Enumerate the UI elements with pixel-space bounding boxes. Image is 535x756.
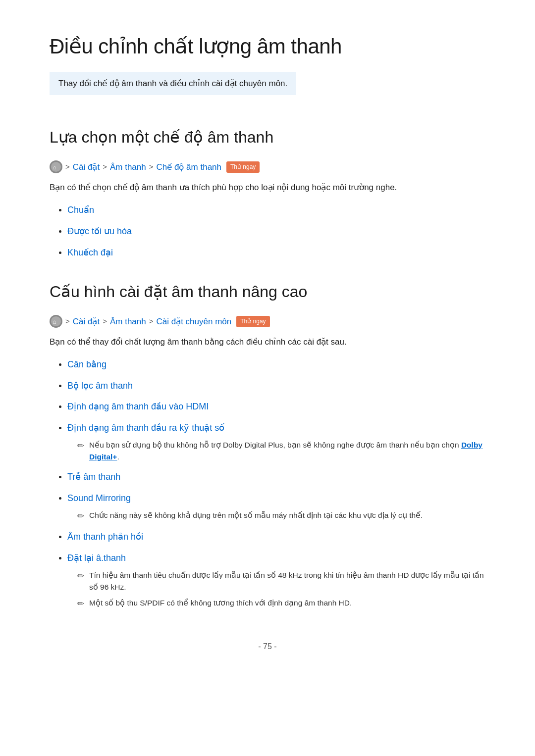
link-dinhd-hdmi[interactable]: Định dạng âm thanh đầu vào HDMI	[67, 402, 209, 411]
svg-text:⌂: ⌂	[53, 164, 56, 171]
list-item-tre: Trễ âm thanh	[67, 470, 485, 484]
breadcrumb-sep-3: >	[149, 161, 154, 173]
breadcrumb-sound-1[interactable]: Âm thanh	[110, 160, 146, 174]
section2-desc: Bạn có thể thay đổi chất lượng âm thanh …	[50, 335, 485, 349]
note-datla2-text: Một số bộ thu S/PDIF có thể không tương …	[89, 597, 352, 609]
link-khuechdai[interactable]: Khuếch đại	[67, 248, 113, 257]
breadcrumb2-sep-2: >	[103, 315, 107, 327]
badge-thunay-2: Thử ngay	[236, 316, 269, 327]
breadcrumb-1: ⌂ > Cài đặt > Âm thanh > Chế độ âm thanh…	[50, 160, 485, 174]
link-canbang[interactable]: Cân bằng	[67, 359, 107, 369]
link-boloc[interactable]: Bộ lọc âm thanh	[67, 381, 133, 391]
pencil-icon-3: ✏	[77, 570, 84, 583]
section1-list: Chuẩn Được tối ưu hóa Khuếch đại	[50, 203, 485, 259]
svg-text:⌂: ⌂	[53, 318, 56, 325]
pencil-icon-4: ✏	[77, 598, 84, 610]
breadcrumb-soundmode[interactable]: Chế độ âm thanh	[156, 160, 221, 174]
list-item-khuechdai: Khuếch đại	[67, 246, 485, 260]
subtitle-box: Thay đổi chế độ âm thanh và điều chỉnh c…	[50, 72, 296, 95]
section2-list: Cân bằng Bộ lọc âm thanh Định dạng âm th…	[50, 357, 485, 610]
link-dinhd-digital[interactable]: Định dạng âm thanh đầu ra kỹ thuật số	[67, 423, 224, 433]
note-datlai-1: ✏ Tín hiệu âm thanh tiêu chuẩn được lấy …	[77, 569, 485, 593]
note-datla2-2: ✏ Một số bộ thu S/PDIF có thể không tươn…	[77, 597, 485, 610]
breadcrumb-sep-1: >	[65, 161, 70, 173]
note-dolby: ✏ Nếu bạn sử dụng bộ thu không hỗ trợ Do…	[77, 439, 485, 463]
badge-thunay-1: Thử ngay	[226, 161, 260, 173]
link-sound-mirroring[interactable]: Sound Mirroring	[67, 493, 131, 503]
breadcrumb2-sound[interactable]: Âm thanh	[110, 315, 146, 328]
breadcrumb-settings-1[interactable]: Cài đặt	[73, 160, 100, 174]
home-icon: ⌂	[50, 160, 62, 173]
list-item-sound-mirroring: Sound Mirroring ✏ Chức năng này sẽ không…	[67, 491, 485, 523]
page-title: Điều chỉnh chất lượng âm thanh	[50, 30, 485, 63]
list-item-panhoi: Âm thanh phản hồi	[67, 530, 485, 544]
list-item-chuan: Chuẩn	[67, 203, 485, 217]
link-tre[interactable]: Trễ âm thanh	[67, 472, 120, 482]
note-mirroring-text: Chức năng này sẽ không khả dụng trên một…	[89, 509, 423, 521]
breadcrumb2-sep-1: >	[65, 315, 70, 327]
note-mirroring: ✏ Chức năng này sẽ không khả dụng trên m…	[77, 509, 485, 523]
section-sound-mode: Lựa chọn một chế độ âm thanh ⌂ > Cài đặt…	[50, 125, 485, 259]
list-item-datlai: Đặt lại â.thanh ✏ Tín hiệu âm thanh tiêu…	[67, 551, 485, 610]
section1-title: Lựa chọn một chế độ âm thanh	[50, 125, 485, 150]
pencil-icon-1: ✏	[77, 440, 84, 453]
breadcrumb-2: ⌂ > Cài đặt > Âm thanh > Cài đặt chuyên …	[50, 315, 485, 328]
section1-desc: Bạn có thể chọn chế độ âm thanh ưa thích…	[50, 181, 485, 194]
link-panhoi[interactable]: Âm thanh phản hồi	[67, 532, 143, 542]
breadcrumb2-sep-3: >	[149, 315, 154, 327]
section2-title: Cấu hình cài đặt âm thanh nâng cao	[50, 279, 485, 304]
breadcrumb2-expert[interactable]: Cài đặt chuyên môn	[156, 315, 231, 328]
note-datla1-text: Tín hiệu âm thanh tiêu chuẩn được lấy mẫ…	[89, 569, 485, 593]
list-item-dinhd-digital: Định dạng âm thanh đầu ra kỹ thuật số ✏ …	[67, 421, 485, 463]
breadcrumb2-settings[interactable]: Cài đặt	[73, 315, 100, 328]
home-icon-2: ⌂	[50, 315, 62, 328]
list-item-boloc: Bộ lọc âm thanh	[67, 379, 485, 393]
page-footer: - 75 -	[50, 640, 485, 653]
link-datlai[interactable]: Đặt lại â.thanh	[67, 553, 126, 563]
link-toiuuhoa[interactable]: Được tối ưu hóa	[67, 226, 132, 236]
link-chuan[interactable]: Chuẩn	[67, 205, 94, 215]
pencil-icon-2: ✏	[77, 510, 84, 523]
note-dolby-text: Nếu bạn sử dụng bộ thu không hỗ trợ Dolb…	[89, 439, 485, 463]
section-advanced-audio: Cấu hình cài đặt âm thanh nâng cao ⌂ > C…	[50, 279, 485, 610]
breadcrumb-sep-2: >	[103, 161, 107, 173]
list-item-toiuuhoa: Được tối ưu hóa	[67, 224, 485, 239]
list-item-dinhd-hdmi: Định dạng âm thanh đầu vào HDMI	[67, 400, 485, 414]
list-item-canbang: Cân bằng	[67, 357, 485, 372]
